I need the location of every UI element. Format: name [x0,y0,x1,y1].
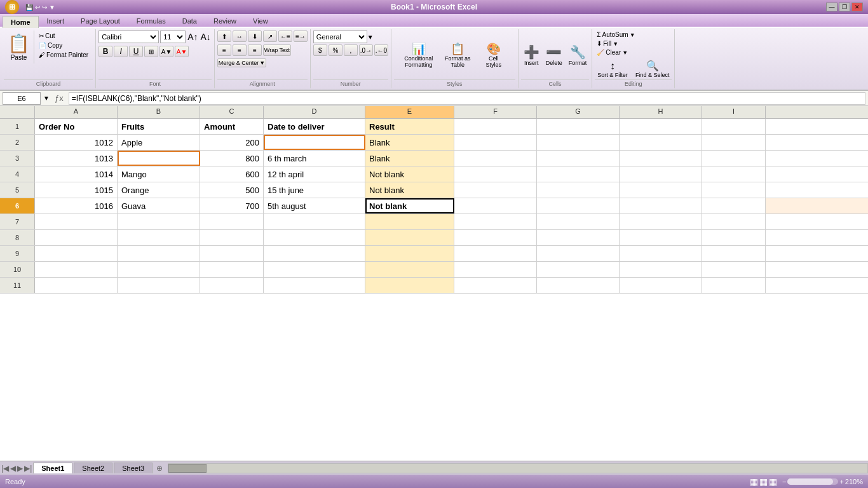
cell-e3[interactable]: Blank [365,151,454,166]
sheet-tab-2[interactable]: Sheet2 [74,463,112,473]
cell-g2[interactable] [537,135,620,150]
cell-g4[interactable] [537,166,620,182]
cell-reference-box[interactable] [3,92,41,105]
increase-font-btn[interactable]: A↑ [187,31,198,43]
col-header-b[interactable]: B [118,106,200,118]
fill-color-button[interactable]: A▼ [159,46,173,57]
cell-a1[interactable]: Order No [35,119,118,134]
align-middle-button[interactable]: ↔ [233,30,247,42]
increase-decimal-btn[interactable]: .0→ [359,44,373,56]
col-header-a[interactable]: A [35,106,118,118]
cell-i6[interactable] [702,198,766,214]
sheet-tab-3[interactable]: Sheet3 [114,463,153,473]
restore-button[interactable]: ❐ [839,3,850,11]
cell-d4[interactable]: 12 th april [264,166,365,182]
cell-a5[interactable]: 1015 [35,182,118,198]
copy-button[interactable]: 📄 Copy [37,41,90,50]
comma-btn[interactable]: , [344,44,358,56]
fill-dropdown[interactable]: ▼ [613,41,618,47]
col-header-i[interactable]: I [702,106,766,118]
sheet-nav-next[interactable]: ▶ [17,464,23,473]
page-layout-view-btn[interactable]: ▦ [759,477,768,487]
merge-dropdown-icon[interactable]: ▼ [259,60,265,66]
tab-data[interactable]: Data [174,15,205,27]
number-format-dropdown-icon[interactable]: ▼ [367,34,374,41]
zoom-plus-button[interactable]: + [839,478,843,485]
normal-view-btn[interactable]: ▦ [750,477,758,487]
cell-b4[interactable]: Mango [118,166,200,182]
cell-f2[interactable] [454,135,537,150]
tab-home[interactable]: Home [3,16,39,28]
cell-e2[interactable]: Blank [365,135,454,150]
align-left-button[interactable]: ≡ [217,44,231,56]
cell-i3[interactable] [702,151,766,166]
col-header-d[interactable]: D [264,106,365,118]
cell-b1[interactable]: Fruits [118,119,200,134]
cell-c7[interactable] [200,214,264,229]
cell-f3[interactable] [454,151,537,166]
cell-g1[interactable] [537,119,620,134]
decrease-decimal-btn[interactable]: .←0 [374,44,388,56]
cell-c3[interactable]: 800 [200,151,264,166]
cell-h4[interactable] [620,166,702,182]
cell-h5[interactable] [620,182,702,198]
cell-i4[interactable] [702,166,766,182]
cell-b6[interactable]: Guava [118,198,200,214]
cut-button[interactable]: ✂ Cut [37,32,90,40]
add-sheet-button[interactable]: ⊕ [154,464,165,473]
cell-f7[interactable] [454,214,537,229]
tab-review[interactable]: Review [205,15,245,27]
autosum-button[interactable]: Σ AutoSum ▼ [595,30,672,39]
autosum-dropdown[interactable]: ▼ [630,32,635,38]
cell-e4[interactable]: Not blank [365,166,454,182]
office-button[interactable]: ⊞ [5,0,19,14]
col-header-g[interactable]: G [537,106,620,118]
cell-d3[interactable]: 6 th march [264,151,365,166]
format-as-table-button[interactable]: 📋 Format as Table [440,41,475,70]
tab-view[interactable]: View [245,15,276,27]
cell-a6[interactable]: 1016 [35,198,118,214]
sheet-nav-prev[interactable]: ◀ [10,464,16,473]
sheet-tab-1[interactable]: Sheet1 [33,463,72,473]
cell-f6[interactable] [454,198,537,214]
cell-e6[interactable]: Not blank [365,198,454,214]
cell-c1[interactable]: Amount [200,119,264,134]
conditional-formatting-button[interactable]: 📊 Conditional Formatting [400,41,438,70]
sheet-nav-last[interactable]: ▶| [24,464,32,473]
cell-b7[interactable] [118,214,200,229]
cell-d5[interactable]: 15 th june [264,182,365,198]
cell-h6[interactable] [620,198,702,214]
cell-g6[interactable] [537,198,620,214]
dropdown-quick-btn[interactable]: ▼ [49,4,55,11]
col-header-f[interactable]: F [454,106,537,118]
cell-f1[interactable] [454,119,537,134]
cell-g5[interactable] [537,182,620,198]
cell-c4[interactable]: 600 [200,166,264,182]
cell-i2[interactable] [702,135,766,150]
cell-b3[interactable] [118,151,200,166]
wrap-text-button[interactable]: Wrap Text [263,44,291,56]
align-center-button[interactable]: ≡ [233,44,247,56]
sort-filter-button[interactable]: ↕ Sort & Filter [595,58,630,79]
format-button[interactable]: 🔧 Format [566,43,590,67]
decrease-font-btn[interactable]: A↓ [200,31,211,43]
formula-input[interactable] [69,92,865,105]
text-direction-button[interactable]: ↗ [263,30,277,42]
underline-button[interactable]: U [129,46,143,57]
align-bottom-button[interactable]: ⬇ [248,30,262,42]
cell-a4[interactable]: 1014 [35,166,118,182]
zoom-minus-button[interactable]: − [782,478,786,485]
cell-a7[interactable] [35,214,118,229]
align-right-button[interactable]: ≡ [248,44,262,56]
cell-d6[interactable]: 5th august [264,198,365,214]
cell-h2[interactable] [620,135,702,150]
cell-b5[interactable]: Orange [118,182,200,198]
align-top-button[interactable]: ⬆ [217,30,231,42]
cell-g7[interactable] [537,214,620,229]
cell-h1[interactable] [620,119,702,134]
sheet-nav-first[interactable]: |◀ [1,464,9,473]
accounting-format-btn[interactable]: $ [313,44,327,56]
indent-increase-button[interactable]: ≡→ [294,30,308,42]
paste-button[interactable]: 📋 Paste [4,30,34,64]
cell-a3[interactable]: 1013 [35,151,118,166]
